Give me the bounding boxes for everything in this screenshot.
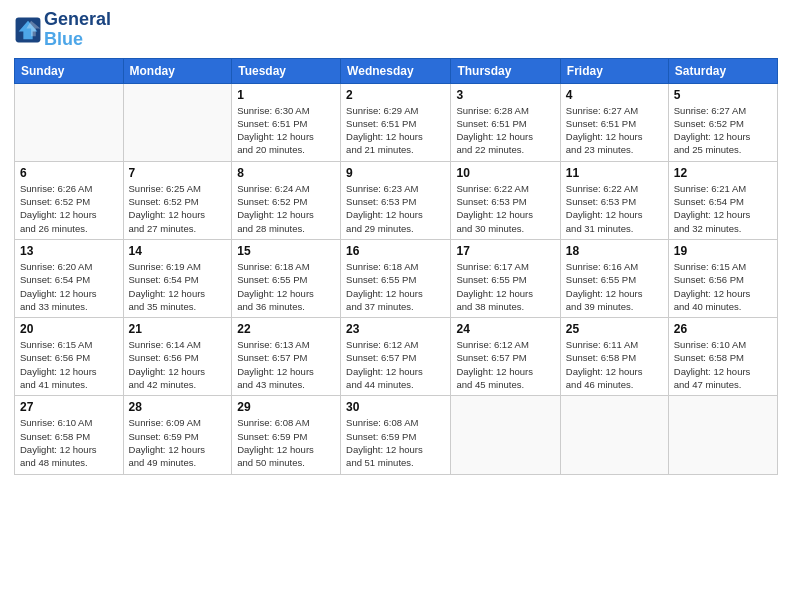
day-number: 14: [129, 244, 227, 258]
day-info: Sunrise: 6:12 AM Sunset: 6:57 PM Dayligh…: [456, 338, 554, 391]
calendar-cell: 29Sunrise: 6:08 AM Sunset: 6:59 PM Dayli…: [232, 396, 341, 474]
day-info: Sunrise: 6:30 AM Sunset: 6:51 PM Dayligh…: [237, 104, 335, 157]
day-info: Sunrise: 6:11 AM Sunset: 6:58 PM Dayligh…: [566, 338, 663, 391]
day-info: Sunrise: 6:09 AM Sunset: 6:59 PM Dayligh…: [129, 416, 227, 469]
day-number: 26: [674, 322, 772, 336]
day-info: Sunrise: 6:12 AM Sunset: 6:57 PM Dayligh…: [346, 338, 445, 391]
day-number: 24: [456, 322, 554, 336]
day-number: 30: [346, 400, 445, 414]
day-info: Sunrise: 6:15 AM Sunset: 6:56 PM Dayligh…: [674, 260, 772, 313]
day-info: Sunrise: 6:22 AM Sunset: 6:53 PM Dayligh…: [456, 182, 554, 235]
day-info: Sunrise: 6:10 AM Sunset: 6:58 PM Dayligh…: [674, 338, 772, 391]
day-info: Sunrise: 6:22 AM Sunset: 6:53 PM Dayligh…: [566, 182, 663, 235]
logo-icon: [14, 16, 42, 44]
day-info: Sunrise: 6:21 AM Sunset: 6:54 PM Dayligh…: [674, 182, 772, 235]
day-info: Sunrise: 6:08 AM Sunset: 6:59 PM Dayligh…: [346, 416, 445, 469]
week-row-5: 27Sunrise: 6:10 AM Sunset: 6:58 PM Dayli…: [15, 396, 778, 474]
day-info: Sunrise: 6:14 AM Sunset: 6:56 PM Dayligh…: [129, 338, 227, 391]
calendar-cell: [560, 396, 668, 474]
day-number: 5: [674, 88, 772, 102]
calendar-cell: 23Sunrise: 6:12 AM Sunset: 6:57 PM Dayli…: [341, 318, 451, 396]
calendar-cell: [123, 83, 232, 161]
day-number: 22: [237, 322, 335, 336]
week-row-1: 1Sunrise: 6:30 AM Sunset: 6:51 PM Daylig…: [15, 83, 778, 161]
day-info: Sunrise: 6:18 AM Sunset: 6:55 PM Dayligh…: [346, 260, 445, 313]
calendar-cell: 22Sunrise: 6:13 AM Sunset: 6:57 PM Dayli…: [232, 318, 341, 396]
weekday-header-friday: Friday: [560, 58, 668, 83]
calendar-cell: 9Sunrise: 6:23 AM Sunset: 6:53 PM Daylig…: [341, 161, 451, 239]
header: GeneralBlue: [14, 10, 778, 50]
calendar-cell: 5Sunrise: 6:27 AM Sunset: 6:52 PM Daylig…: [668, 83, 777, 161]
calendar-cell: 18Sunrise: 6:16 AM Sunset: 6:55 PM Dayli…: [560, 239, 668, 317]
day-number: 27: [20, 400, 118, 414]
day-info: Sunrise: 6:08 AM Sunset: 6:59 PM Dayligh…: [237, 416, 335, 469]
calendar-cell: 24Sunrise: 6:12 AM Sunset: 6:57 PM Dayli…: [451, 318, 560, 396]
calendar: SundayMondayTuesdayWednesdayThursdayFrid…: [14, 58, 778, 475]
calendar-cell: 8Sunrise: 6:24 AM Sunset: 6:52 PM Daylig…: [232, 161, 341, 239]
calendar-cell: 2Sunrise: 6:29 AM Sunset: 6:51 PM Daylig…: [341, 83, 451, 161]
day-number: 28: [129, 400, 227, 414]
calendar-cell: 13Sunrise: 6:20 AM Sunset: 6:54 PM Dayli…: [15, 239, 124, 317]
weekday-header-sunday: Sunday: [15, 58, 124, 83]
logo-text: GeneralBlue: [44, 10, 111, 50]
week-row-2: 6Sunrise: 6:26 AM Sunset: 6:52 PM Daylig…: [15, 161, 778, 239]
day-info: Sunrise: 6:17 AM Sunset: 6:55 PM Dayligh…: [456, 260, 554, 313]
calendar-cell: 17Sunrise: 6:17 AM Sunset: 6:55 PM Dayli…: [451, 239, 560, 317]
day-number: 25: [566, 322, 663, 336]
day-number: 1: [237, 88, 335, 102]
day-number: 15: [237, 244, 335, 258]
day-info: Sunrise: 6:29 AM Sunset: 6:51 PM Dayligh…: [346, 104, 445, 157]
calendar-cell: 26Sunrise: 6:10 AM Sunset: 6:58 PM Dayli…: [668, 318, 777, 396]
calendar-cell: 28Sunrise: 6:09 AM Sunset: 6:59 PM Dayli…: [123, 396, 232, 474]
day-number: 10: [456, 166, 554, 180]
calendar-cell: 25Sunrise: 6:11 AM Sunset: 6:58 PM Dayli…: [560, 318, 668, 396]
day-number: 20: [20, 322, 118, 336]
day-number: 6: [20, 166, 118, 180]
day-number: 17: [456, 244, 554, 258]
day-number: 3: [456, 88, 554, 102]
day-number: 8: [237, 166, 335, 180]
day-info: Sunrise: 6:27 AM Sunset: 6:51 PM Dayligh…: [566, 104, 663, 157]
day-number: 12: [674, 166, 772, 180]
day-number: 29: [237, 400, 335, 414]
calendar-cell: 15Sunrise: 6:18 AM Sunset: 6:55 PM Dayli…: [232, 239, 341, 317]
calendar-cell: 19Sunrise: 6:15 AM Sunset: 6:56 PM Dayli…: [668, 239, 777, 317]
day-number: 4: [566, 88, 663, 102]
calendar-cell: 12Sunrise: 6:21 AM Sunset: 6:54 PM Dayli…: [668, 161, 777, 239]
calendar-cell: 21Sunrise: 6:14 AM Sunset: 6:56 PM Dayli…: [123, 318, 232, 396]
day-info: Sunrise: 6:25 AM Sunset: 6:52 PM Dayligh…: [129, 182, 227, 235]
day-info: Sunrise: 6:19 AM Sunset: 6:54 PM Dayligh…: [129, 260, 227, 313]
day-number: 13: [20, 244, 118, 258]
day-number: 9: [346, 166, 445, 180]
week-row-3: 13Sunrise: 6:20 AM Sunset: 6:54 PM Dayli…: [15, 239, 778, 317]
weekday-header-wednesday: Wednesday: [341, 58, 451, 83]
day-number: 7: [129, 166, 227, 180]
day-number: 16: [346, 244, 445, 258]
day-info: Sunrise: 6:10 AM Sunset: 6:58 PM Dayligh…: [20, 416, 118, 469]
logo: GeneralBlue: [14, 10, 111, 50]
calendar-cell: 27Sunrise: 6:10 AM Sunset: 6:58 PM Dayli…: [15, 396, 124, 474]
day-info: Sunrise: 6:23 AM Sunset: 6:53 PM Dayligh…: [346, 182, 445, 235]
day-info: Sunrise: 6:28 AM Sunset: 6:51 PM Dayligh…: [456, 104, 554, 157]
day-info: Sunrise: 6:16 AM Sunset: 6:55 PM Dayligh…: [566, 260, 663, 313]
weekday-header-thursday: Thursday: [451, 58, 560, 83]
day-info: Sunrise: 6:26 AM Sunset: 6:52 PM Dayligh…: [20, 182, 118, 235]
day-number: 11: [566, 166, 663, 180]
day-info: Sunrise: 6:27 AM Sunset: 6:52 PM Dayligh…: [674, 104, 772, 157]
day-number: 19: [674, 244, 772, 258]
day-info: Sunrise: 6:24 AM Sunset: 6:52 PM Dayligh…: [237, 182, 335, 235]
day-info: Sunrise: 6:15 AM Sunset: 6:56 PM Dayligh…: [20, 338, 118, 391]
day-info: Sunrise: 6:13 AM Sunset: 6:57 PM Dayligh…: [237, 338, 335, 391]
calendar-cell: 7Sunrise: 6:25 AM Sunset: 6:52 PM Daylig…: [123, 161, 232, 239]
calendar-cell: 3Sunrise: 6:28 AM Sunset: 6:51 PM Daylig…: [451, 83, 560, 161]
calendar-cell: 14Sunrise: 6:19 AM Sunset: 6:54 PM Dayli…: [123, 239, 232, 317]
calendar-cell: 6Sunrise: 6:26 AM Sunset: 6:52 PM Daylig…: [15, 161, 124, 239]
page: GeneralBlue SundayMondayTuesdayWednesday…: [0, 0, 792, 612]
day-number: 21: [129, 322, 227, 336]
day-number: 23: [346, 322, 445, 336]
calendar-cell: 16Sunrise: 6:18 AM Sunset: 6:55 PM Dayli…: [341, 239, 451, 317]
day-info: Sunrise: 6:20 AM Sunset: 6:54 PM Dayligh…: [20, 260, 118, 313]
calendar-cell: 4Sunrise: 6:27 AM Sunset: 6:51 PM Daylig…: [560, 83, 668, 161]
week-row-4: 20Sunrise: 6:15 AM Sunset: 6:56 PM Dayli…: [15, 318, 778, 396]
calendar-cell: [15, 83, 124, 161]
